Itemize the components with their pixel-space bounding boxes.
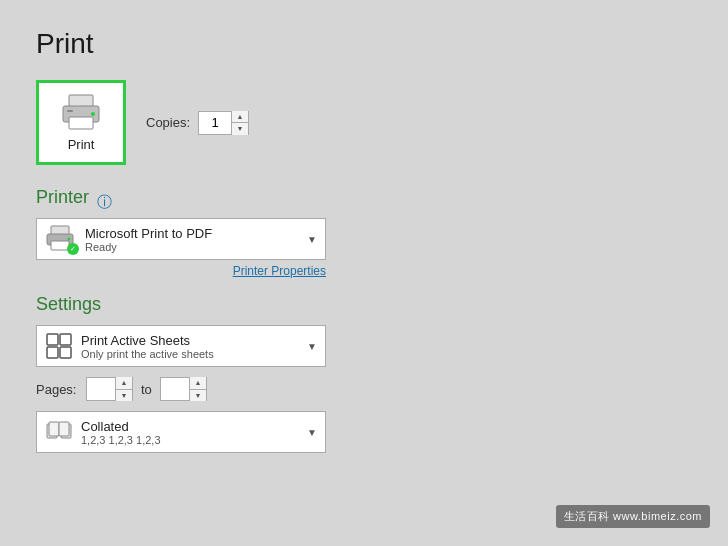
collate-main: Collated xyxy=(81,419,299,434)
copies-spin-up[interactable]: ▲ xyxy=(232,111,248,124)
copies-control: Copies: ▲ ▼ xyxy=(146,111,249,135)
printer-properties-link[interactable]: Printer Properties xyxy=(36,264,326,278)
printer-dropdown-arrow: ▼ xyxy=(307,234,317,245)
print-action-row: Print Copies: ▲ ▼ xyxy=(36,80,484,165)
copies-spin-buttons: ▲ ▼ xyxy=(231,111,248,135)
printer-status-check: ✓ xyxy=(67,243,79,255)
pages-label: Pages: xyxy=(36,382,78,397)
active-sheets-sub: Only print the active sheets xyxy=(81,348,299,360)
svg-rect-16 xyxy=(59,422,69,436)
pages-to-input[interactable] xyxy=(161,378,189,400)
pages-from-up[interactable]: ▲ xyxy=(116,377,132,390)
page-title: Print xyxy=(36,28,484,60)
svg-rect-10 xyxy=(60,334,71,345)
pages-to-label: to xyxy=(141,382,152,397)
active-sheets-dropdown[interactable]: Print Active Sheets Only print the activ… xyxy=(36,325,326,367)
printer-status: Ready xyxy=(85,241,299,253)
svg-rect-4 xyxy=(67,110,73,112)
watermark-badge: 生活百科 www.bimeiz.com xyxy=(556,505,710,528)
svg-rect-11 xyxy=(47,347,58,358)
pages-from-spinner[interactable]: ▲ ▼ xyxy=(86,377,133,401)
printer-name: Microsoft Print to PDF xyxy=(85,226,299,241)
print-button-label: Print xyxy=(68,137,95,152)
settings-section-title: Settings xyxy=(36,294,484,315)
pages-to-down[interactable]: ▼ xyxy=(190,390,206,402)
collate-icon xyxy=(45,418,73,446)
svg-point-3 xyxy=(91,112,95,116)
active-sheets-info: Print Active Sheets Only print the activ… xyxy=(81,333,299,360)
pages-to-spin-buttons: ▲ ▼ xyxy=(189,377,206,401)
svg-rect-9 xyxy=(47,334,58,345)
printer-info: Microsoft Print to PDF Ready xyxy=(85,226,299,253)
active-sheets-arrow: ▼ xyxy=(307,341,317,352)
pages-from-spin-buttons: ▲ ▼ xyxy=(115,377,132,401)
pages-to-up[interactable]: ▲ xyxy=(190,377,206,390)
collate-info: Collated 1,2,3 1,2,3 1,2,3 xyxy=(81,419,299,446)
pages-row: Pages: ▲ ▼ to ▲ ▼ xyxy=(36,377,484,401)
svg-rect-2 xyxy=(69,117,93,129)
collate-dropdown[interactable]: Collated 1,2,3 1,2,3 1,2,3 ▼ xyxy=(36,411,326,453)
copies-spin-down[interactable]: ▼ xyxy=(232,123,248,135)
svg-rect-14 xyxy=(49,422,59,436)
print-button[interactable]: Print xyxy=(36,80,126,165)
pages-to-spinner[interactable]: ▲ ▼ xyxy=(160,377,207,401)
print-icon xyxy=(59,93,103,131)
printer-icon-area: ✓ xyxy=(45,225,77,253)
collate-sub: 1,2,3 1,2,3 1,2,3 xyxy=(81,434,299,446)
pages-from-down[interactable]: ▼ xyxy=(116,390,132,402)
collate-arrow: ▼ xyxy=(307,427,317,438)
printer-section-title: Printer xyxy=(36,187,89,208)
svg-rect-12 xyxy=(60,347,71,358)
printer-dropdown[interactable]: ✓ Microsoft Print to PDF Ready ▼ xyxy=(36,218,326,260)
settings-section: Settings Print Active Sheets Only print … xyxy=(36,294,484,453)
printer-section: Printer ⓘ ✓ Microsoft Print to PDF Ready… xyxy=(36,187,484,278)
copies-label: Copies: xyxy=(146,115,190,130)
sheets-icon xyxy=(45,332,73,360)
pages-from-input[interactable] xyxy=(87,378,115,400)
copies-input[interactable] xyxy=(199,112,231,134)
copies-spinner[interactable]: ▲ ▼ xyxy=(198,111,249,135)
svg-point-8 xyxy=(68,238,71,241)
printer-info-icon[interactable]: ⓘ xyxy=(97,193,112,212)
active-sheets-main: Print Active Sheets xyxy=(81,333,299,348)
